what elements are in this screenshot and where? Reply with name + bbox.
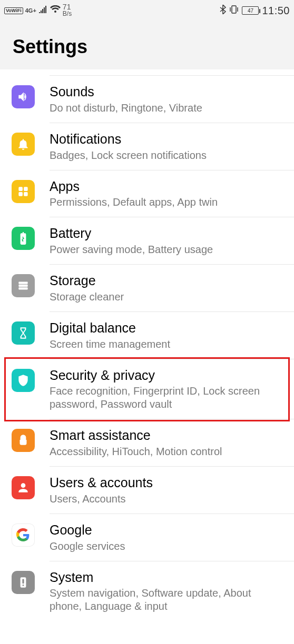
row-title: Google [50,522,283,538]
smart-assistance-icon [12,429,35,452]
digital-balance-icon [12,321,35,345]
row-subtitle: Storage cleaner [50,290,283,304]
svg-rect-9 [22,579,24,583]
row-title: Smart assistance [50,428,283,443]
settings-row-users-accounts[interactable]: Users & accounts Users, Accounts [0,467,294,514]
row-title: Sounds [50,84,283,99]
settings-list[interactable]: Sounds Do not disturb, Ringtone, Vibrate… [0,69,294,621]
row-title: Users & accounts [50,475,283,490]
settings-row-notifications[interactable]: Notifications Badges, Lock screen notifi… [0,123,294,170]
users-icon [12,476,35,499]
clock: 11:50 [262,5,290,17]
svg-rect-2 [24,187,28,191]
battery-icon [12,227,35,250]
row-title: System [50,570,283,585]
row-title: Battery [50,226,283,241]
network-speed: 71 B/s [63,4,72,17]
row-subtitle: Face recognition, Fingerprint ID, Lock s… [50,385,283,411]
row-title: Apps [50,179,283,194]
status-bar: VoWiFi 4G+ 71 B/s 47 11:50 [0,0,294,21]
cellular-indicator: 4G+ [25,8,36,13]
svg-rect-4 [24,192,28,196]
svg-rect-6 [18,285,27,287]
row-title: Security & privacy [50,368,283,383]
settings-row-system[interactable]: System System navigation, Software updat… [0,561,294,622]
row-subtitle: Google services [50,540,283,553]
svg-rect-1 [18,187,23,191]
wifi-icon [50,5,61,16]
google-icon [12,524,35,547]
security-icon [12,369,35,392]
row-title: Notifications [50,132,283,147]
row-subtitle: Users, Accounts [50,492,283,506]
row-subtitle: Accessibility, HiTouch, Motion control [50,445,283,458]
battery-indicator: 47 [242,6,259,15]
page-title: Settings [13,36,281,58]
row-subtitle: Permissions, Default apps, App twin [50,196,283,209]
vowifi-indicator: VoWiFi [4,7,23,14]
settings-row-battery[interactable]: Battery Power saving mode, Battery usage [0,217,294,265]
row-title: Digital balance [50,320,283,336]
svg-rect-0 [232,6,236,13]
system-icon [12,571,35,594]
notifications-icon [12,133,35,156]
svg-rect-7 [18,287,27,289]
row-subtitle: Badges, Lock screen notifications [50,149,283,162]
sounds-icon [12,85,35,108]
settings-row-smart-assistance[interactable]: Smart assistance Accessibility, HiTouch,… [0,419,294,467]
svg-point-10 [23,585,24,586]
settings-row-security-privacy[interactable]: Security & privacy Face recognition, Fin… [0,359,294,420]
settings-row-google[interactable]: Google Google services [0,514,294,561]
row-subtitle: Screen time management [50,338,283,351]
settings-row-previous[interactable] [0,69,294,76]
vibrate-icon [229,5,239,17]
row-subtitle: System navigation, Software update, Abou… [50,587,283,613]
row-subtitle: Power saving mode, Battery usage [50,243,283,256]
settings-row-digital-balance[interactable]: Digital balance Screen time management [0,312,294,359]
page-header: Settings [0,21,294,69]
settings-row-apps[interactable]: Apps Permissions, Default apps, App twin [0,170,294,218]
svg-rect-5 [18,281,27,284]
settings-row-storage[interactable]: Storage Storage cleaner [0,265,294,312]
storage-icon [12,274,35,297]
signal-icon [38,5,48,16]
svg-rect-3 [18,192,23,196]
settings-row-sounds[interactable]: Sounds Do not disturb, Ringtone, Vibrate [0,76,294,123]
bluetooth-icon [220,5,226,17]
row-subtitle: Do not disturb, Ringtone, Vibrate [50,102,283,115]
row-title: Storage [50,273,283,288]
apps-icon [12,180,35,203]
